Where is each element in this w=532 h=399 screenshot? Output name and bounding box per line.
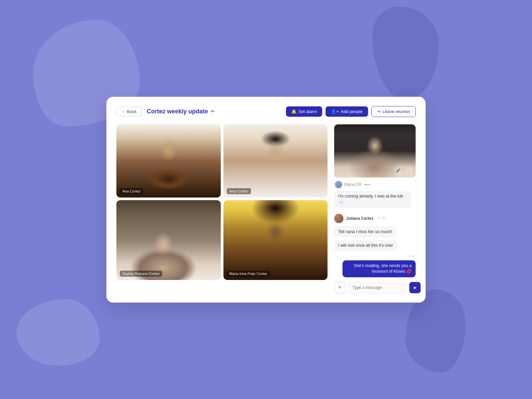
set-alarm-button[interactable]: 🔔 Set alarm [286,106,323,117]
meeting-title: Cortez weekly update ✏ [147,108,215,115]
add-people-button[interactable]: 👤+ Add people [326,106,368,117]
header: ← Back Cortez weekly update ✏ 🔔 Set alar… [116,106,416,117]
alarm-icon: 🔔 [291,109,297,114]
participant-label-ana: Ana Cortez [120,188,143,194]
diana-sender-name: Diana CR [344,182,361,187]
chat-area: Diana CR ●●● I'm coming already, I was a… [334,178,416,293]
add-person-icon: 👤+ [331,109,339,114]
back-button[interactable]: ← Back [116,107,142,116]
juliana-sender-row: Juliana Cortez 17:42 [334,214,416,223]
msg-juliana-2: I will visit once all this it's over [334,240,397,251]
send-icon: ➤ [413,285,417,290]
content-area: Ana Cortez Amy Cortez Sophie Romero Cort… [116,124,416,293]
diana-video[interactable]: 🎤 ⛶ [334,124,416,178]
header-left: ← Back Cortez weekly update ✏ [116,107,215,116]
msg-diana-1: I'm coming already, I was at the tub 🛁 [334,191,412,208]
juliana-msg-time: 17:42 [377,216,386,220]
chat-message-input[interactable] [348,282,407,293]
chat-send-button[interactable]: ➤ [409,282,421,293]
video-cell-amy[interactable]: Amy Cortez [223,124,328,198]
chat-messages: I'm coming already, I was at the tub 🛁 J… [334,190,416,280]
timestamp-1743: 17:43 [334,254,416,258]
diana-chat-header: Diana CR ●●● [334,181,416,188]
leave-icon: ↪ [377,109,381,114]
chat-input-row: + ➤ [334,282,416,293]
chat-attachment-button[interactable]: + [334,282,345,293]
diana-mute-button[interactable]: 🎤 [394,166,403,175]
video-cell-sophie[interactable]: Sophie Romero Cortez [116,200,221,280]
main-card: ← Back Cortez weekly update ✏ 🔔 Set alar… [106,97,426,303]
bg-blob-2 [372,7,439,100]
video-cell-ana[interactable]: Ana Cortez [116,124,221,198]
video-grid: Ana Cortez Amy Cortez Sophie Romero Cort… [116,124,328,293]
msg-self-1: She's reading, she sends you a loooooot … [342,260,416,277]
microphone-off-icon: 🎤 [396,168,401,173]
bg-blob-3 [17,299,100,366]
participant-label-amy: Amy Cortez [227,188,251,194]
diana-controls: 🎤 ⛶ [394,166,413,175]
expand-icon: ⛶ [407,169,411,173]
header-actions: 🔔 Set alarm 👤+ Add people ↪ Leave reunio… [286,106,416,117]
participant-label-sophie: Sophie Romero Cortez [120,271,162,277]
participant-label-maria: Maria Irina Feijo Cortez [227,271,270,277]
alarm-label: Set alarm [299,109,317,114]
diana-expand-button[interactable]: ⛶ [404,166,413,175]
leave-reunion-button[interactable]: ↪ Leave reunion [371,106,416,117]
msg-juliana-1: Tell nana I miss her so much! [334,226,396,238]
video-cell-maria[interactable]: Maria Irina Feijo Cortez [223,200,328,280]
diana-avatar-small [335,181,342,188]
meeting-title-text: Cortez weekly update [147,108,208,115]
add-people-label: Add people [341,109,363,114]
leave-label: Leave reunion [383,109,410,114]
side-panel: 🎤 ⛶ Diana CR ●●● I'm coming alre [334,124,416,293]
edit-icon[interactable]: ✏ [211,109,215,114]
diana-status: ●●● [364,183,370,186]
juliana-avatar [334,214,343,223]
juliana-sender-name: Juliana Cortez [346,216,373,221]
